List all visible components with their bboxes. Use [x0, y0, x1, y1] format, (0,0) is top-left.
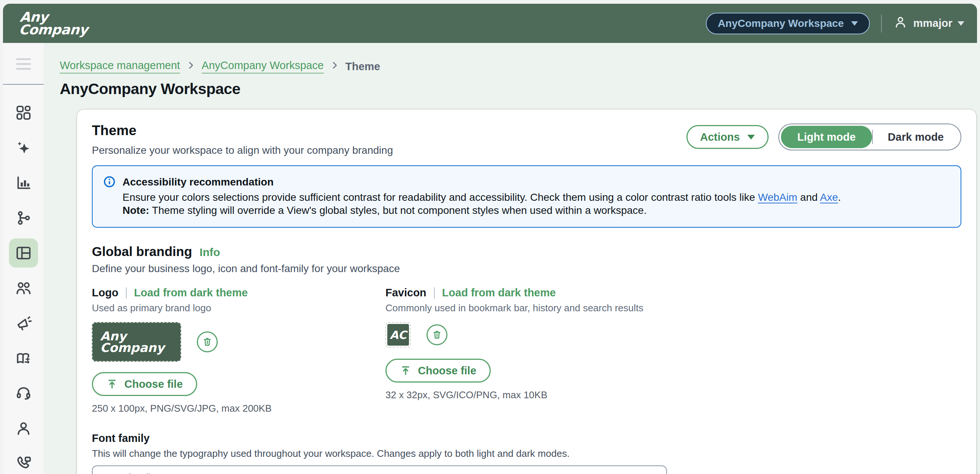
- sparkle-icon: [15, 139, 32, 156]
- chevron-down-icon: [851, 21, 858, 26]
- chevron-down-icon: [958, 21, 964, 26]
- sidebar-item-ai-assistant[interactable]: [9, 133, 38, 162]
- favicon-description: Commonly used in bookmark bar, history a…: [385, 302, 643, 314]
- font-family-label: Font family: [92, 432, 961, 444]
- accessibility-note: Note: Theme styling will override a View…: [123, 204, 841, 217]
- person-icon: [15, 420, 32, 437]
- accessibility-info-text: Accessibility recommendation Ensure your…: [123, 175, 841, 217]
- logo-choose-file-button[interactable]: Choose file: [92, 372, 197, 396]
- layout-panel-icon: [15, 244, 32, 262]
- logo-preview: Any Company: [92, 322, 181, 361]
- global-branding-info-link[interactable]: Info: [199, 246, 220, 258]
- favicon-preview: AC: [385, 322, 411, 347]
- webaim-link[interactable]: WebAim: [758, 192, 797, 203]
- favicon-field-group: Favicon Load from dark theme Commonly us…: [385, 287, 643, 414]
- axe-link[interactable]: Axe: [820, 192, 838, 203]
- book-sparkle-icon: [15, 350, 32, 367]
- chevron-right-icon: [186, 60, 196, 73]
- breadcrumb: Workspace management AnyCompany Workspac…: [60, 59, 980, 73]
- user-name: mmajor: [913, 17, 952, 30]
- sidebar-item-analytics[interactable]: [9, 168, 38, 197]
- theme-subtitle: Personalize your workspace to align with…: [92, 144, 393, 156]
- sidebar-item-profile[interactable]: [9, 414, 38, 443]
- accessibility-line1: Ensure your colors selections provide su…: [123, 191, 841, 204]
- theme-card: Theme Personalize your workspace to alig…: [76, 109, 977, 474]
- actions-label: Actions: [700, 131, 740, 143]
- logo-label: Logo: [92, 287, 118, 299]
- upload-icon: [107, 379, 118, 390]
- favicon-delete-button[interactable]: [426, 324, 447, 345]
- favicon-choose-file-button[interactable]: Choose file: [385, 359, 491, 382]
- breadcrumb-anycompany-workspace[interactable]: AnyCompany Workspace: [202, 59, 324, 73]
- actions-dropdown-button[interactable]: Actions: [686, 125, 768, 149]
- company-logo-line2: Company: [19, 24, 89, 36]
- main-content: Workspace management AnyCompany Workspac…: [44, 43, 980, 474]
- logo-description: Used as primary brand logo: [92, 302, 385, 314]
- trash-icon: [432, 330, 442, 340]
- light-mode-toggle[interactable]: Light mode: [781, 126, 872, 148]
- sidebar-item-support[interactable]: [9, 379, 38, 408]
- hamburger-icon: [16, 58, 31, 60]
- bar-chart-icon: [15, 174, 32, 192]
- headset-icon: [15, 385, 32, 402]
- global-branding-subtitle: Define your business logo, icon and font…: [92, 263, 961, 275]
- sidebar-item-announcements[interactable]: [9, 309, 38, 338]
- user-menu[interactable]: mmajor: [893, 14, 964, 32]
- global-branding-title: Global branding: [92, 244, 192, 259]
- logo-file-hint: 250 x 100px, PNG/SVG/JPG, max 200KB: [92, 403, 385, 414]
- sidebar-item-learning[interactable]: [9, 344, 38, 373]
- top-navigation-bar: Any Company AnyCompany Workspace mmajor: [3, 4, 977, 43]
- theme-title: Theme: [92, 123, 393, 138]
- breadcrumb-current-theme: Theme: [345, 60, 380, 73]
- sidebar: [3, 43, 44, 474]
- favicon-label: Favicon: [385, 287, 426, 299]
- logo-field-group: Logo Load from dark theme Used as primar…: [92, 287, 385, 414]
- sidebar-divider: [3, 84, 44, 85]
- page-title: AnyCompany Workspace: [60, 80, 980, 98]
- sidebar-item-workspace-theme[interactable]: [9, 238, 38, 268]
- user-icon: [893, 14, 908, 32]
- dark-mode-toggle[interactable]: Dark mode: [873, 131, 959, 143]
- upload-icon: [400, 365, 411, 376]
- chevron-down-icon: [747, 135, 755, 140]
- theme-card-heading: Theme Personalize your workspace to alig…: [92, 123, 393, 156]
- phone-chat-icon: [15, 455, 32, 472]
- menu-toggle-button[interactable]: [3, 54, 44, 73]
- font-family-select[interactable]: Font family: [92, 465, 667, 474]
- theme-header-controls: Actions Light mode Dark mode: [686, 124, 962, 151]
- sidebar-nav: [3, 98, 44, 474]
- topbar-divider: [881, 14, 882, 32]
- label-divider: [434, 287, 435, 299]
- workspace-selector-label: AnyCompany Workspace: [718, 17, 844, 30]
- label-divider: [126, 287, 127, 299]
- global-branding-heading: Global branding Info: [92, 244, 961, 259]
- sidebar-item-workflows[interactable]: [9, 203, 38, 233]
- branch-icon: [15, 209, 32, 227]
- favicon-load-from-dark-theme-link[interactable]: Load from dark theme: [442, 287, 556, 299]
- topbar-right-group: AnyCompany Workspace mmajor: [706, 13, 964, 34]
- app-window: Any Company AnyCompany Workspace mmajor: [0, 0, 980, 474]
- accessibility-title: Accessibility recommendation: [123, 175, 841, 189]
- font-family-placeholder: Font family: [102, 472, 155, 474]
- trash-icon: [202, 337, 213, 347]
- breadcrumb-workspace-management[interactable]: Workspace management: [60, 59, 180, 73]
- users-icon: [15, 279, 32, 297]
- font-family-field-group: Font family This will change the typogra…: [92, 432, 961, 474]
- accessibility-info-box: Accessibility recommendation Ensure your…: [92, 165, 961, 228]
- company-logo-line1: Any: [19, 11, 89, 24]
- chevron-right-icon: [330, 60, 339, 73]
- workspace-selector-dropdown[interactable]: AnyCompany Workspace: [706, 13, 870, 34]
- company-logo: Any Company: [19, 11, 89, 36]
- logo-delete-button[interactable]: [197, 331, 218, 352]
- info-icon: [103, 175, 116, 217]
- dashboard-grid-icon: [15, 104, 32, 121]
- sidebar-item-users[interactable]: [9, 274, 38, 303]
- favicon-file-hint: 32 x 32px, SVG/ICO/PNG, max 10KB: [385, 389, 643, 401]
- logo-load-from-dark-theme-link[interactable]: Load from dark theme: [134, 287, 248, 299]
- megaphone-icon: [15, 315, 32, 332]
- sidebar-item-dashboard[interactable]: [9, 98, 38, 127]
- font-family-description: This will change the typography used thr…: [92, 448, 961, 460]
- mode-toggle: Light mode Dark mode: [778, 124, 961, 151]
- sidebar-item-contact[interactable]: [9, 449, 38, 474]
